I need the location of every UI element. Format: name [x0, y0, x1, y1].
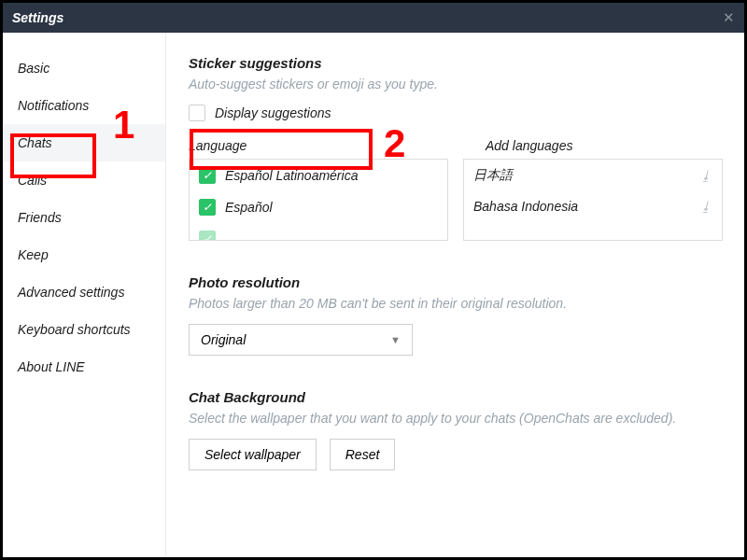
reset-button[interactable]: Reset [330, 439, 396, 470]
sidebar-item-label: Basic [18, 61, 49, 76]
section-title: Sticker suggestions [189, 55, 724, 71]
list-item[interactable]: ✓ [190, 223, 447, 241]
settings-window: Settings ✕ Basic Notifications Chats Cal… [0, 0, 747, 560]
chat-background-section: Chat Background Select the wallpaper tha… [189, 389, 724, 470]
language-label: Español Latinoamérica [225, 168, 358, 183]
sidebar-item-basic[interactable]: Basic [3, 49, 165, 87]
display-suggestions-label: Display suggestions [215, 105, 331, 120]
language-column-head: Language [189, 138, 448, 153]
sidebar-item-calls[interactable]: Calls [3, 161, 165, 199]
section-description: Auto-suggest stickers or emoji as you ty… [189, 77, 724, 91]
list-item[interactable]: ✓ Español Latinoamérica [190, 160, 447, 191]
sidebar-item-friends[interactable]: Friends [3, 199, 165, 236]
sidebar-item-keep[interactable]: Keep [3, 236, 165, 273]
sidebar-item-advanced[interactable]: Advanced settings [3, 273, 165, 311]
available-languages-list[interactable]: 日本語 ⭳ Bahasa Indonesia ⭳ [463, 159, 723, 241]
chevron-down-icon: ▼ [390, 334, 401, 345]
language-lists: ✓ Español Latinoamérica ✓ Español ✓ [189, 159, 724, 241]
sidebar-item-label: Keyboard shortcuts [18, 322, 131, 337]
sticker-suggestions-section: Sticker suggestions Auto-suggest sticker… [189, 55, 724, 241]
photo-resolution-section: Photo resolution Photos larger than 20 M… [189, 274, 724, 356]
add-languages-column-head: Add languages [486, 138, 572, 153]
sidebar: Basic Notifications Chats Calls Friends … [3, 33, 166, 557]
sidebar-item-label: Advanced settings [18, 285, 124, 300]
sidebar-item-label: About LINE [18, 359, 85, 374]
display-suggestions-checkbox[interactable] [189, 105, 205, 121]
titlebar: Settings ✕ [3, 3, 744, 33]
section-title: Chat Background [189, 389, 724, 405]
window-body: Basic Notifications Chats Calls Friends … [3, 33, 744, 557]
select-value: Original [201, 332, 246, 347]
enabled-languages-list[interactable]: ✓ Español Latinoamérica ✓ Español ✓ [189, 159, 448, 241]
download-icon[interactable]: ⭳ [699, 168, 712, 183]
language-checkbox[interactable]: ✓ [199, 199, 216, 216]
download-icon[interactable]: ⭳ [699, 199, 712, 214]
sidebar-item-shortcuts[interactable]: Keyboard shortcuts [3, 311, 165, 348]
language-checkbox[interactable]: ✓ [199, 167, 216, 184]
close-icon[interactable]: ✕ [723, 9, 735, 26]
sidebar-item-chats[interactable]: Chats [3, 124, 165, 161]
photo-resolution-select[interactable]: Original ▼ [189, 324, 413, 356]
sidebar-item-label: Calls [18, 173, 47, 188]
display-suggestions-row: Display suggestions [189, 105, 724, 121]
background-buttons: Select wallpaper Reset [189, 439, 724, 470]
select-wallpaper-button[interactable]: Select wallpaper [189, 439, 317, 470]
sidebar-item-label: Notifications [18, 98, 89, 113]
section-description: Select the wallpaper that you want to ap… [189, 411, 724, 426]
sidebar-item-notifications[interactable]: Notifications [3, 87, 165, 124]
language-headers: Language Add languages [189, 138, 724, 153]
window-title: Settings [12, 10, 63, 25]
section-description: Photos larger than 20 MB can't be sent i… [189, 296, 724, 311]
sidebar-item-label: Keep [18, 247, 49, 262]
sidebar-item-label: Chats [18, 135, 52, 150]
sidebar-item-label: Friends [18, 210, 62, 225]
language-label: 日本語 [473, 167, 513, 184]
content-pane: Sticker suggestions Auto-suggest sticker… [166, 33, 744, 557]
language-checkbox[interactable]: ✓ [199, 231, 216, 241]
list-item[interactable]: ✓ Español [190, 191, 447, 223]
sidebar-item-about[interactable]: About LINE [3, 348, 165, 385]
section-title: Photo resolution [189, 274, 724, 290]
list-item[interactable]: 日本語 ⭳ [464, 160, 722, 191]
language-label: Español [225, 200, 273, 215]
list-item[interactable]: Bahasa Indonesia ⭳ [464, 191, 722, 221]
language-label: Bahasa Indonesia [473, 199, 578, 214]
